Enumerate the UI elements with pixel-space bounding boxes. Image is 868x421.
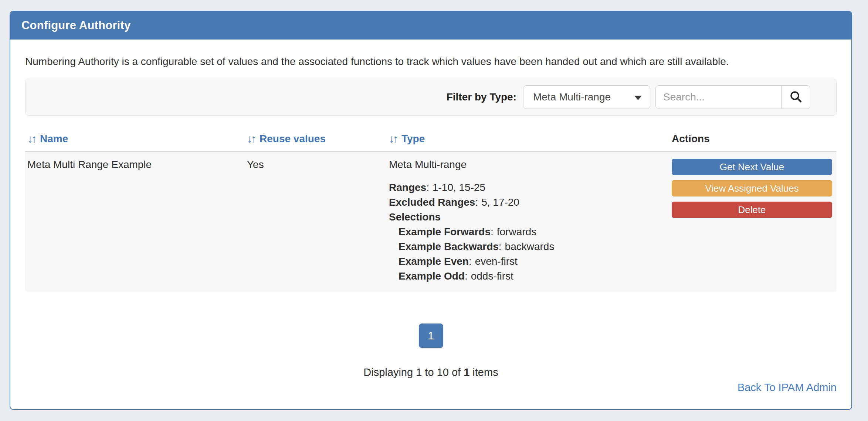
separator: :	[475, 196, 478, 208]
configure-authority-panel: Configure Authority Numbering Authority …	[10, 11, 852, 410]
excluded-ranges-label: Excluded Ranges	[389, 196, 475, 208]
search-input[interactable]	[655, 85, 782, 109]
delete-button[interactable]: Delete	[672, 202, 832, 218]
description-text: Numbering Authority is a configurable se…	[25, 56, 837, 68]
separator: :	[499, 241, 502, 252]
column-label: Type	[401, 133, 425, 145]
chevron-down-icon	[634, 96, 642, 100]
filter-bar: Filter by Type: Meta Multi-range	[25, 79, 837, 116]
type-value: Meta Multi-range	[389, 157, 669, 172]
search-group	[655, 85, 810, 109]
filter-by-type-label: Filter by Type:	[447, 91, 516, 103]
panel-header: Configure Authority	[10, 11, 851, 40]
selection-item: Example Forwards:forwards	[389, 225, 669, 239]
search-button[interactable]	[781, 85, 810, 109]
column-label: Reuse values	[260, 133, 326, 145]
authorities-table: ↓↑ Name ↓↑ Reuse values ↓↑ Type Actions …	[25, 128, 837, 292]
selection-value: even-first	[475, 256, 518, 267]
column-header-name[interactable]: ↓↑ Name	[25, 133, 245, 145]
selection-item: Example Odd:odds-first	[389, 269, 669, 284]
summary-count: 1	[464, 366, 469, 378]
column-label: Name	[40, 133, 68, 145]
panel-body: Numbering Authority is a configurable se…	[10, 56, 851, 394]
selection-value: forwards	[497, 226, 536, 237]
selections-heading: Selections	[389, 210, 669, 225]
cell-reuse-values: Yes	[245, 157, 387, 284]
ranges-value: 1-10, 15-25	[433, 182, 485, 193]
ranges-line: Ranges:1-10, 15-25	[389, 180, 669, 195]
selection-label: Example Odd	[399, 270, 465, 282]
selection-label: Example Backwards	[399, 241, 499, 252]
summary-prefix: Displaying 1 to 10 of	[363, 366, 464, 378]
separator: :	[491, 226, 494, 237]
search-icon	[789, 90, 803, 105]
selection-label: Example Even	[399, 256, 469, 267]
type-filter-select[interactable]: Meta Multi-range	[523, 85, 650, 109]
pagination: 1	[25, 324, 837, 348]
sort-icon: ↓↑	[389, 133, 397, 145]
type-filter-selected-value: Meta Multi-range	[533, 91, 611, 103]
selection-value: backwards	[505, 241, 555, 252]
selection-label: Example Forwards	[399, 226, 491, 237]
separator: :	[426, 182, 429, 193]
table-header-row: ↓↑ Name ↓↑ Reuse values ↓↑ Type Actions	[25, 128, 837, 152]
separator: :	[465, 270, 468, 282]
cell-name: Meta Multi Range Example	[25, 157, 245, 284]
excluded-ranges-line: Excluded Ranges:5, 17-20	[389, 195, 669, 210]
separator: :	[469, 256, 472, 267]
ranges-label: Ranges	[389, 182, 426, 193]
summary-suffix: items	[469, 366, 498, 378]
sort-icon: ↓↑	[27, 133, 35, 145]
view-assigned-values-button[interactable]: View Assigned Values	[672, 180, 832, 196]
excluded-ranges-value: 5, 17-20	[481, 196, 519, 208]
column-label: Actions	[672, 133, 710, 145]
selection-item: Example Even:even-first	[389, 254, 669, 269]
column-header-type[interactable]: ↓↑ Type	[387, 133, 669, 145]
page-1-button[interactable]: 1	[419, 324, 443, 348]
cell-type: Meta Multi-range Ranges:1-10, 15-25 Excl…	[387, 157, 669, 284]
page-title: Configure Authority	[21, 19, 130, 32]
displaying-summary: Displaying 1 to 10 of 1 items	[25, 366, 837, 379]
sort-icon: ↓↑	[247, 133, 255, 145]
footer: Back To IPAM Admin	[25, 381, 837, 394]
column-header-reuse-values[interactable]: ↓↑ Reuse values	[245, 133, 387, 145]
type-details: Ranges:1-10, 15-25 Excluded Ranges:5, 17…	[389, 180, 669, 284]
get-next-value-button[interactable]: Get Next Value	[672, 159, 832, 175]
selection-item: Example Backwards:backwards	[389, 239, 669, 254]
selection-value: odds-first	[471, 270, 513, 282]
table-row: Meta Multi Range Example Yes Meta Multi-…	[25, 152, 837, 292]
cell-actions: Get Next Value View Assigned Values Dele…	[669, 157, 837, 284]
column-header-actions: Actions	[669, 133, 837, 145]
back-to-ipam-admin-link[interactable]: Back To IPAM Admin	[738, 381, 837, 393]
